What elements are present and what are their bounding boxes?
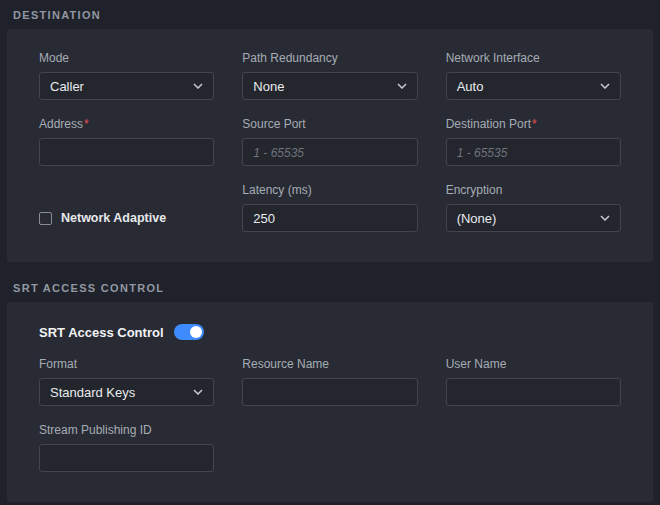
destination-panel: Mode Caller Path Redundancy None Network… <box>7 29 653 262</box>
srt-access-control-section-title: SRT ACCESS CONTROL <box>0 262 660 302</box>
format-select[interactable]: Standard Keys <box>39 378 214 406</box>
source-port-input[interactable] <box>242 138 417 166</box>
destination-port-label: Destination Port* <box>446 117 621 131</box>
user-name-label: User Name <box>446 357 621 371</box>
network-adaptive-checkbox[interactable] <box>39 212 52 225</box>
srt-access-control-toggle-row: SRT Access Control <box>39 324 621 340</box>
stream-publishing-id-field: Stream Publishing ID <box>39 423 214 472</box>
chevron-down-icon <box>600 215 610 221</box>
format-label: Format <box>39 357 214 371</box>
stream-publishing-id-input[interactable] <box>39 444 214 472</box>
mode-select-value: Caller <box>50 79 84 94</box>
address-field: Address* <box>39 117 214 166</box>
path-redundancy-field: Path Redundancy None <box>242 51 417 100</box>
encryption-select-value: (None) <box>457 211 497 226</box>
stream-publishing-id-label: Stream Publishing ID <box>39 423 214 437</box>
encryption-field: Encryption (None) <box>446 183 621 232</box>
resource-name-input[interactable] <box>242 378 417 406</box>
destination-port-label-text: Destination Port <box>446 117 531 131</box>
destination-port-field: Destination Port* <box>446 117 621 166</box>
network-interface-field: Network Interface Auto <box>446 51 621 100</box>
address-label: Address* <box>39 117 214 131</box>
latency-field: Latency (ms) <box>242 183 417 232</box>
latency-label: Latency (ms) <box>242 183 417 197</box>
chevron-down-icon <box>193 389 203 395</box>
required-asterisk: * <box>84 117 89 131</box>
encryption-select[interactable]: (None) <box>446 204 621 232</box>
path-redundancy-select[interactable]: None <box>242 72 417 100</box>
source-port-label: Source Port <box>242 117 417 131</box>
format-select-value: Standard Keys <box>50 385 135 400</box>
srt-access-control-toggle[interactable] <box>174 324 204 340</box>
mode-label: Mode <box>39 51 214 65</box>
resource-name-label: Resource Name <box>242 357 417 371</box>
chevron-down-icon <box>397 83 407 89</box>
destination-section-title: DESTINATION <box>0 0 660 29</box>
chevron-down-icon <box>193 83 203 89</box>
address-input[interactable] <box>39 138 214 166</box>
network-interface-select-value: Auto <box>457 79 484 94</box>
path-redundancy-select-value: None <box>253 79 284 94</box>
mode-field: Mode Caller <box>39 51 214 100</box>
network-adaptive-field: Network Adaptive <box>39 211 214 225</box>
srt-access-control-label: SRT Access Control <box>39 325 164 340</box>
required-asterisk: * <box>532 117 537 131</box>
chevron-down-icon <box>600 83 610 89</box>
address-label-text: Address <box>39 117 83 131</box>
encryption-label: Encryption <box>446 183 621 197</box>
user-name-field: User Name <box>446 357 621 406</box>
network-interface-label: Network Interface <box>446 51 621 65</box>
source-port-field: Source Port <box>242 117 417 166</box>
latency-input[interactable] <box>242 204 417 232</box>
toggle-knob <box>190 326 202 338</box>
destination-port-input[interactable] <box>446 138 621 166</box>
srt-access-control-panel: SRT Access Control Format Standard Keys … <box>7 302 653 502</box>
user-name-input[interactable] <box>446 378 621 406</box>
path-redundancy-label: Path Redundancy <box>242 51 417 65</box>
mode-select[interactable]: Caller <box>39 72 214 100</box>
network-interface-select[interactable]: Auto <box>446 72 621 100</box>
format-field: Format Standard Keys <box>39 357 214 406</box>
network-adaptive-label: Network Adaptive <box>61 211 166 225</box>
resource-name-field: Resource Name <box>242 357 417 406</box>
